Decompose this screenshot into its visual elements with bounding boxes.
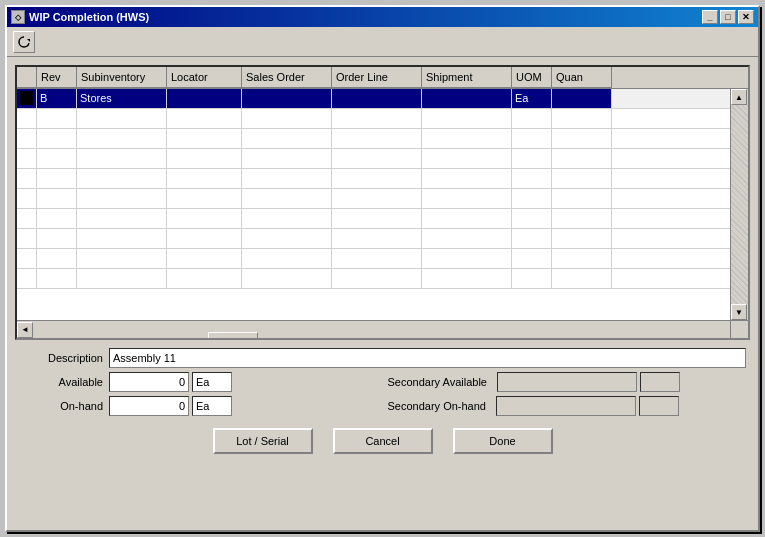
row-subinv-cell	[77, 269, 167, 288]
row-uom-cell	[512, 169, 552, 188]
available-uom-input[interactable]	[192, 372, 232, 392]
table-row[interactable]: B Stores Ea	[17, 89, 748, 109]
row-shipment-cell	[422, 229, 512, 248]
row-rev-cell	[37, 149, 77, 168]
description-input[interactable]	[109, 348, 746, 368]
row-quantity-cell	[552, 189, 612, 208]
row-orderline-cell	[332, 109, 422, 128]
available-input[interactable]	[109, 372, 189, 392]
toolbar	[7, 27, 758, 57]
secondary-onhand-input[interactable]	[496, 396, 636, 416]
row-shipment-cell	[422, 249, 512, 268]
row-uom-cell	[512, 149, 552, 168]
row-select-cell[interactable]	[17, 249, 37, 268]
row-locator-cell	[167, 129, 242, 148]
secondary-available-label: Secondary Available	[388, 376, 493, 388]
grid-header: Rev Subinventory Locator Sales Order Ord…	[17, 67, 748, 89]
maximize-button[interactable]: □	[720, 10, 736, 24]
row-orderline-cell	[332, 89, 422, 108]
row-locator-cell	[167, 269, 242, 288]
col-header-subinventory: Subinventory	[77, 67, 167, 88]
row-uom-cell	[512, 129, 552, 148]
data-grid[interactable]: Rev Subinventory Locator Sales Order Ord…	[15, 65, 750, 340]
table-row[interactable]	[17, 169, 748, 189]
row-orderline-cell	[332, 169, 422, 188]
table-row[interactable]	[17, 249, 748, 269]
done-button[interactable]: Done	[453, 428, 553, 454]
col-header-rev: Rev	[37, 67, 77, 88]
secondary-available-input[interactable]	[497, 372, 637, 392]
scroll-thumb-h[interactable]	[208, 332, 258, 340]
onhand-uom-input[interactable]	[192, 396, 232, 416]
row-select-cell[interactable]	[17, 189, 37, 208]
row-rev-cell	[37, 269, 77, 288]
table-row[interactable]	[17, 149, 748, 169]
row-uom-cell	[512, 229, 552, 248]
horizontal-scrollbar[interactable]: ◄ ►	[17, 320, 748, 338]
scroll-up-button[interactable]: ▲	[731, 89, 747, 105]
row-salesorder-cell	[242, 109, 332, 128]
row-subinv-cell	[77, 209, 167, 228]
row-uom-cell	[512, 109, 552, 128]
available-label: Available	[19, 376, 109, 388]
table-row[interactable]	[17, 229, 748, 249]
onhand-input[interactable]	[109, 396, 189, 416]
row-subinv-cell: Stores	[77, 89, 167, 108]
row-salesorder-cell	[242, 249, 332, 268]
row-quantity-cell	[552, 209, 612, 228]
row-salesorder-cell	[242, 129, 332, 148]
lot-serial-button[interactable]: Lot / Serial	[213, 428, 313, 454]
minimize-button[interactable]: _	[702, 10, 718, 24]
row-select-cell[interactable]	[17, 129, 37, 148]
secondary-onhand-row: Secondary On-hand	[388, 396, 747, 416]
available-row: Available	[19, 372, 378, 392]
row-quantity-cell	[552, 89, 612, 108]
row-select-cell[interactable]	[17, 169, 37, 188]
row-uom-cell	[512, 269, 552, 288]
window-icon: ◇	[11, 10, 25, 24]
row-orderline-cell	[332, 209, 422, 228]
table-row[interactable]	[17, 269, 748, 289]
row-shipment-cell	[422, 169, 512, 188]
row-quantity-cell	[552, 229, 612, 248]
row-uom-cell	[512, 249, 552, 268]
row-subinv-cell	[77, 229, 167, 248]
row-locator-cell	[167, 169, 242, 188]
onhand-row: On-hand	[19, 396, 378, 416]
row-salesorder-cell	[242, 229, 332, 248]
row-select-cell[interactable]	[17, 149, 37, 168]
row-select-cell[interactable]	[17, 109, 37, 128]
row-shipment-cell	[422, 129, 512, 148]
row-orderline-cell	[332, 229, 422, 248]
close-button[interactable]: ✕	[738, 10, 754, 24]
bottom-area: Description Available On-hand	[11, 344, 754, 458]
description-row: Description	[19, 348, 746, 368]
refresh-icon	[17, 35, 31, 49]
window-title: WIP Completion (HWS)	[29, 11, 149, 23]
refresh-button[interactable]	[13, 31, 35, 53]
row-shipment-cell	[422, 269, 512, 288]
row-select-cell[interactable]	[17, 89, 37, 108]
vertical-scrollbar[interactable]: ▲ ▼	[730, 89, 748, 320]
right-fields: Secondary Available Secondary On-hand	[378, 372, 747, 420]
row-uom-cell	[512, 189, 552, 208]
cancel-button[interactable]: Cancel	[333, 428, 433, 454]
table-row[interactable]	[17, 189, 748, 209]
row-quantity-cell	[552, 269, 612, 288]
row-select-cell[interactable]	[17, 209, 37, 228]
row-salesorder-cell	[242, 89, 332, 108]
row-quantity-cell	[552, 249, 612, 268]
row-shipment-cell	[422, 209, 512, 228]
row-select-cell[interactable]	[17, 229, 37, 248]
row-uom-cell: Ea	[512, 89, 552, 108]
row-uom-cell	[512, 209, 552, 228]
scroll-left-button[interactable]: ◄	[17, 322, 33, 338]
row-orderline-cell	[332, 149, 422, 168]
row-select-cell[interactable]	[17, 269, 37, 288]
scroll-down-button[interactable]: ▼	[731, 304, 747, 320]
table-row[interactable]	[17, 109, 748, 129]
table-row[interactable]	[17, 129, 748, 149]
table-row[interactable]	[17, 209, 748, 229]
row-quantity-cell	[552, 169, 612, 188]
col-header-quantity: Quan	[552, 67, 612, 88]
